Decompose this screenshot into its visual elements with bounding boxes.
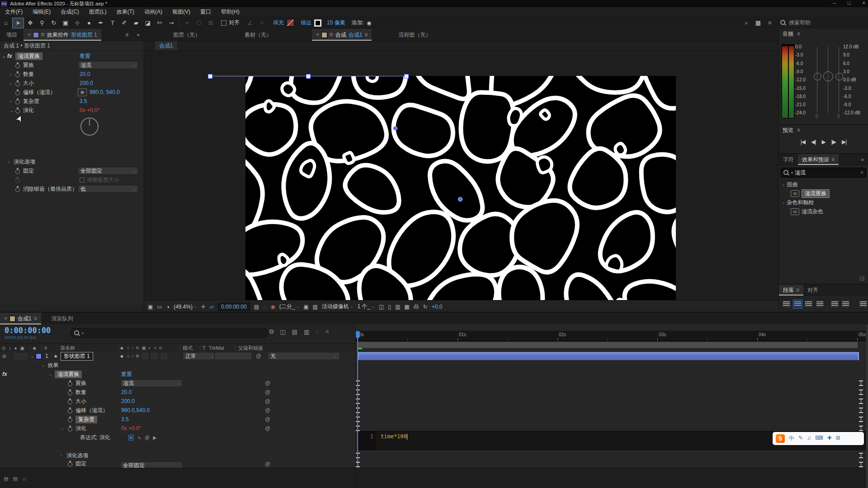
paragraph-menu-icon[interactable]: ≡ bbox=[796, 287, 799, 293]
checkbox-icon[interactable] bbox=[221, 20, 226, 26]
selection-handle[interactable] bbox=[404, 74, 409, 79]
pinning-label[interactable]: 固定 bbox=[23, 167, 34, 175]
ime-grid-icon[interactable]: ⊞ bbox=[835, 435, 840, 442]
view-layout-select[interactable]: 1 个_⌄ bbox=[358, 303, 375, 310]
property-pickwhip-icon[interactable]: @ bbox=[265, 398, 270, 404]
rotation-tool[interactable]: ↻ bbox=[48, 18, 59, 28]
show-snapshot-icon[interactable]: ○ bbox=[263, 304, 266, 310]
tab-composition-viewer[interactable]: ×⚿合成合成1≡ bbox=[312, 29, 372, 41]
paragraph-align-button-4[interactable] bbox=[830, 300, 840, 309]
viewer-content[interactable] bbox=[144, 51, 778, 300]
home-tool[interactable]: ⌂ bbox=[0, 18, 11, 28]
track-area[interactable]: 0s01s02s03s04s05s 1 time*100 S 中✎♫⌨✚⊞ bbox=[355, 324, 867, 488]
fx-icon[interactable]: fx bbox=[136, 354, 139, 358]
stroke-color-swatch[interactable] bbox=[314, 19, 321, 27]
timeline-property-row-大小[interactable]: 大小200.0@ bbox=[0, 397, 355, 406]
parent-dropdown[interactable]: 无⌄ bbox=[268, 352, 340, 360]
menu-item-3[interactable]: 图层(L) bbox=[84, 8, 112, 16]
clone-stamp-tool[interactable]: ▰ bbox=[131, 18, 142, 28]
mask-icon[interactable]: ∕ bbox=[132, 354, 133, 358]
search-clear-icon[interactable]: × bbox=[860, 169, 863, 176]
presets-collapse-icon[interactable]: » bbox=[857, 154, 868, 165]
close-button[interactable]: × bbox=[863, 0, 865, 5]
ime-keyboard-icon[interactable]: ⌨ bbox=[815, 435, 823, 442]
keyframe-navigator-mark[interactable] bbox=[859, 417, 863, 422]
hide-shy-layers-icon[interactable]: ▤ bbox=[292, 328, 297, 335]
play-button[interactable]: ▶ bbox=[821, 139, 825, 145]
evolution-options-row[interactable]: ›演化选项 bbox=[0, 451, 355, 460]
property-value[interactable]: 3.5 bbox=[121, 416, 129, 422]
ime-logo[interactable]: S bbox=[776, 434, 785, 443]
antialias-dropdown[interactable]: 低⌄ bbox=[78, 185, 138, 193]
menu-item-1[interactable]: 编辑(E) bbox=[28, 8, 56, 16]
audio-fader-knob[interactable] bbox=[835, 73, 843, 80]
property-value[interactable]: 20.0 bbox=[80, 71, 90, 77]
property-label[interactable]: 大小 bbox=[23, 80, 34, 87]
add-label[interactable]: 添加: bbox=[352, 19, 364, 27]
help-search-box[interactable]: 搜索帮助 bbox=[780, 19, 862, 27]
keyframe-navigator-mark[interactable] bbox=[859, 408, 863, 413]
pen-tool[interactable]: ✒ bbox=[95, 18, 106, 28]
keyframe-navigator-mark[interactable] bbox=[859, 462, 863, 467]
stopwatch-icon[interactable] bbox=[68, 399, 73, 404]
tab-close-icon[interactable]: × bbox=[4, 315, 7, 322]
add-menu-icon[interactable]: ◉ bbox=[367, 20, 371, 26]
enable-expression-icon[interactable]: ≡ bbox=[128, 435, 134, 441]
motion-blur-icon[interactable]: ◌ bbox=[316, 328, 319, 335]
stopwatch-icon[interactable] bbox=[68, 417, 73, 422]
pinning-dropdown[interactable]: 全部固定⌄ bbox=[78, 167, 138, 175]
shape-tool[interactable]: ● bbox=[84, 18, 94, 28]
tab-align[interactable]: 对齐 bbox=[803, 285, 822, 296]
property-value[interactable]: 0x +0.0° bbox=[80, 107, 100, 113]
menu-item-2[interactable]: 合成(C) bbox=[56, 8, 84, 16]
paragraph-align-button-6[interactable] bbox=[858, 300, 868, 309]
fill-label[interactable]: 填充 bbox=[273, 19, 284, 27]
pinning-dropdown[interactable]: 全部固定 bbox=[120, 461, 183, 468]
keyframe-navigator-mark[interactable] bbox=[859, 426, 863, 431]
paragraph-align-button-3[interactable] bbox=[815, 300, 825, 309]
audio-fader-knob[interactable] bbox=[814, 73, 821, 80]
fx-badge[interactable]: fx bbox=[7, 53, 15, 59]
timeline-property-row-演化[interactable]: ⌄演化0x +0.0°@ bbox=[0, 424, 355, 433]
source-name-header[interactable]: 源名称 bbox=[60, 345, 75, 352]
collapse-transformations-icon[interactable]: ☼ bbox=[126, 354, 130, 358]
keyframe-navigator-mark[interactable] bbox=[859, 453, 863, 458]
layer-name-input[interactable]: 形状图层 1 bbox=[61, 352, 93, 361]
fx-badge[interactable]: fx bbox=[2, 371, 7, 377]
property-value[interactable]: 3.5 bbox=[80, 98, 87, 104]
preset-group-杂色和颗粒[interactable]: ⌄杂色和颗粒 bbox=[779, 198, 868, 207]
property-label[interactable]: 复杂度 bbox=[75, 416, 97, 423]
pinning-row[interactable]: 固定全部固定@ bbox=[0, 460, 355, 468]
ime-pen-icon[interactable]: ✎ bbox=[798, 435, 803, 442]
align-checkbox[interactable]: 对齐 bbox=[221, 19, 240, 27]
work-area-bar[interactable] bbox=[358, 342, 858, 348]
last-frame-button[interactable]: ▶| bbox=[842, 139, 846, 145]
preview-timecode[interactable]: 0:00:00:00 bbox=[218, 303, 250, 311]
property-value[interactable]: 960.0,540.0 bbox=[121, 407, 150, 413]
flowchart-button-icon[interactable]: 品 bbox=[414, 303, 419, 310]
effects-group-row[interactable]: ⌄效果 bbox=[0, 361, 355, 370]
timeline-property-row-偏移（湍流）[interactable]: 偏移（湍流）960.0,540.0@ bbox=[0, 406, 355, 415]
previous-frame-button[interactable]: ◀| bbox=[811, 139, 816, 145]
snapshot-icon[interactable]: ▤ bbox=[254, 304, 259, 310]
lock-icon[interactable]: ▣ bbox=[20, 346, 24, 351]
blend-mode-dropdown[interactable]: 正常⌄ bbox=[183, 352, 216, 360]
property-pickwhip-icon[interactable]: @ bbox=[265, 389, 270, 395]
tab-timeline-comp1[interactable]: × 合成1 ≡ bbox=[0, 313, 41, 324]
first-frame-button[interactable]: |◀ bbox=[801, 139, 805, 145]
keyframe-navigator-mark[interactable] bbox=[859, 380, 863, 386]
property-label[interactable]: 数量 bbox=[75, 389, 86, 396]
timeline-property-row-置换[interactable]: 置换湍流⌄@ bbox=[0, 379, 355, 388]
stopwatch-icon[interactable] bbox=[68, 389, 73, 395]
panel-collapse-icon[interactable]: » bbox=[132, 29, 144, 41]
tab-render-queue[interactable]: 渲染队列 bbox=[47, 313, 77, 324]
current-timecode[interactable]: 0:00:00:00 bbox=[5, 326, 51, 335]
time-ruler[interactable]: 0s01s02s03s04s05s bbox=[356, 331, 867, 341]
resolution-select[interactable]: (二分_⌄ bbox=[279, 303, 299, 310]
blank-row[interactable] bbox=[0, 442, 355, 451]
audio-panel-menu-icon[interactable]: ≡ bbox=[797, 31, 800, 37]
expand-modes-icon[interactable]: ▤ bbox=[13, 476, 17, 482]
property-pickwhip-icon[interactable]: @ bbox=[265, 380, 270, 386]
search-dropdown-icon[interactable]: ▾ bbox=[82, 331, 84, 335]
property-value[interactable]: 960.0, 540.0 bbox=[90, 89, 120, 95]
